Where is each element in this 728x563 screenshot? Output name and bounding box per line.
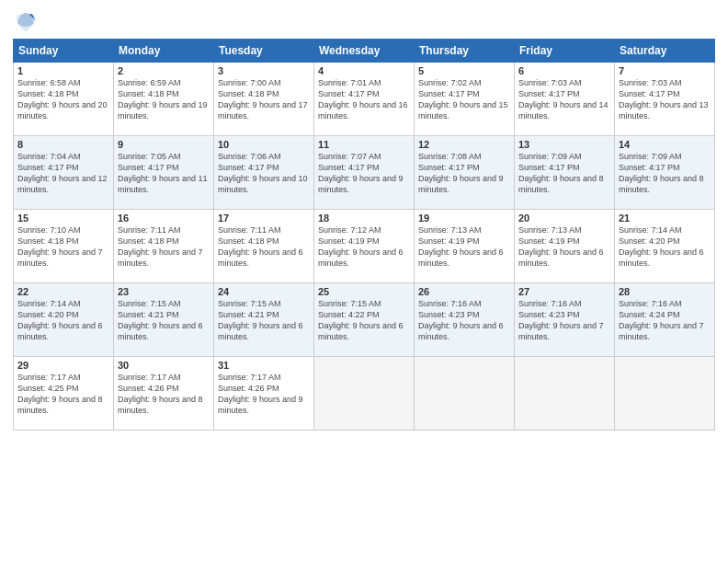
day-info: Sunrise: 7:06 AM Sunset: 4:17 PM Dayligh… — [218, 151, 310, 196]
day-number: 24 — [218, 286, 310, 297]
day-cell: 14 Sunrise: 7:09 AM Sunset: 4:17 PM Dayl… — [615, 136, 715, 210]
day-cell: 18 Sunrise: 7:12 AM Sunset: 4:19 PM Dayl… — [314, 210, 415, 283]
day-cell: 19 Sunrise: 7:13 AM Sunset: 4:19 PM Dayl… — [415, 210, 515, 283]
day-number: 17 — [218, 213, 310, 224]
week-row-1: 1 Sunrise: 6:58 AM Sunset: 4:18 PM Dayli… — [14, 63, 715, 136]
day-number: 20 — [518, 213, 610, 224]
day-cell: 12 Sunrise: 7:08 AM Sunset: 4:17 PM Dayl… — [415, 136, 515, 210]
day-number: 12 — [418, 139, 510, 150]
day-number: 2 — [118, 65, 210, 76]
day-number: 29 — [17, 360, 109, 371]
day-cell: 7 Sunrise: 7:03 AM Sunset: 4:17 PM Dayli… — [615, 63, 715, 136]
day-info: Sunrise: 6:58 AM Sunset: 4:18 PM Dayligh… — [17, 77, 109, 122]
day-number: 28 — [619, 286, 711, 297]
day-cell: 4 Sunrise: 7:01 AM Sunset: 4:17 PM Dayli… — [314, 63, 415, 136]
day-number: 6 — [518, 65, 610, 76]
day-info: Sunrise: 7:14 AM Sunset: 4:20 PM Dayligh… — [619, 224, 711, 270]
day-info: Sunrise: 7:01 AM Sunset: 4:17 PM Dayligh… — [318, 77, 410, 122]
calendar-table: SundayMondayTuesdayWednesdayThursdayFrid… — [13, 39, 715, 431]
day-cell: 8 Sunrise: 7:04 AM Sunset: 4:17 PM Dayli… — [14, 136, 114, 210]
day-number: 27 — [518, 286, 610, 297]
day-number: 31 — [218, 360, 310, 371]
day-info: Sunrise: 7:14 AM Sunset: 4:20 PM Dayligh… — [17, 298, 109, 343]
day-cell — [615, 357, 715, 431]
day-info: Sunrise: 7:17 AM Sunset: 4:26 PM Dayligh… — [218, 372, 310, 417]
logo-icon — [13, 9, 39, 35]
day-number: 5 — [418, 65, 510, 76]
day-number: 11 — [318, 139, 410, 150]
day-info: Sunrise: 7:15 AM Sunset: 4:22 PM Dayligh… — [318, 298, 410, 343]
day-cell: 17 Sunrise: 7:11 AM Sunset: 4:18 PM Dayl… — [214, 210, 314, 283]
day-number: 19 — [418, 213, 510, 224]
day-cell: 15 Sunrise: 7:10 AM Sunset: 4:18 PM Dayl… — [14, 210, 114, 283]
day-cell: 6 Sunrise: 7:03 AM Sunset: 4:17 PM Dayli… — [515, 63, 615, 136]
header-cell-wednesday: Wednesday — [314, 40, 415, 63]
day-number: 7 — [619, 65, 711, 76]
day-cell: 2 Sunrise: 6:59 AM Sunset: 4:18 PM Dayli… — [114, 63, 214, 136]
day-cell: 21 Sunrise: 7:14 AM Sunset: 4:20 PM Dayl… — [615, 210, 715, 283]
day-info: Sunrise: 7:17 AM Sunset: 4:26 PM Dayligh… — [118, 372, 210, 417]
day-info: Sunrise: 7:17 AM Sunset: 4:25 PM Dayligh… — [17, 372, 109, 417]
day-number: 16 — [118, 213, 210, 224]
day-info: Sunrise: 7:02 AM Sunset: 4:17 PM Dayligh… — [418, 77, 510, 122]
day-cell: 11 Sunrise: 7:07 AM Sunset: 4:17 PM Dayl… — [314, 136, 415, 210]
day-cell: 20 Sunrise: 7:13 AM Sunset: 4:19 PM Dayl… — [515, 210, 615, 283]
week-row-3: 15 Sunrise: 7:10 AM Sunset: 4:18 PM Dayl… — [14, 210, 715, 283]
day-cell: 30 Sunrise: 7:17 AM Sunset: 4:26 PM Dayl… — [114, 357, 214, 431]
day-cell: 22 Sunrise: 7:14 AM Sunset: 4:20 PM Dayl… — [14, 283, 114, 357]
day-cell: 29 Sunrise: 7:17 AM Sunset: 4:25 PM Dayl… — [14, 357, 114, 431]
day-cell: 13 Sunrise: 7:09 AM Sunset: 4:17 PM Dayl… — [515, 136, 615, 210]
day-number: 25 — [318, 286, 410, 297]
day-info: Sunrise: 7:09 AM Sunset: 4:17 PM Dayligh… — [619, 151, 711, 196]
day-number: 10 — [218, 139, 310, 150]
day-info: Sunrise: 7:03 AM Sunset: 4:17 PM Dayligh… — [619, 77, 711, 122]
day-info: Sunrise: 7:07 AM Sunset: 4:17 PM Dayligh… — [318, 151, 410, 196]
day-cell — [314, 357, 415, 431]
day-number: 8 — [17, 139, 109, 150]
day-info: Sunrise: 7:11 AM Sunset: 4:18 PM Dayligh… — [218, 224, 310, 270]
day-cell: 5 Sunrise: 7:02 AM Sunset: 4:17 PM Dayli… — [415, 63, 515, 136]
day-info: Sunrise: 7:11 AM Sunset: 4:18 PM Dayligh… — [118, 224, 210, 270]
day-number: 18 — [318, 213, 410, 224]
day-number: 4 — [318, 65, 410, 76]
day-cell: 27 Sunrise: 7:16 AM Sunset: 4:23 PM Dayl… — [515, 283, 615, 357]
day-info: Sunrise: 7:08 AM Sunset: 4:17 PM Dayligh… — [418, 151, 510, 196]
day-cell: 9 Sunrise: 7:05 AM Sunset: 4:17 PM Dayli… — [114, 136, 214, 210]
day-number: 30 — [118, 360, 210, 371]
day-number: 3 — [218, 65, 310, 76]
day-cell — [415, 357, 515, 431]
day-number: 26 — [418, 286, 510, 297]
day-info: Sunrise: 7:13 AM Sunset: 4:19 PM Dayligh… — [418, 224, 510, 270]
day-number: 15 — [17, 213, 109, 224]
day-cell — [515, 357, 615, 431]
week-row-4: 22 Sunrise: 7:14 AM Sunset: 4:20 PM Dayl… — [14, 283, 715, 357]
day-number: 13 — [518, 139, 610, 150]
day-info: Sunrise: 7:15 AM Sunset: 4:21 PM Dayligh… — [118, 298, 210, 343]
header-cell-friday: Friday — [515, 40, 615, 63]
day-number: 23 — [118, 286, 210, 297]
header-cell-sunday: Sunday — [14, 40, 114, 63]
day-info: Sunrise: 7:03 AM Sunset: 4:17 PM Dayligh… — [518, 77, 610, 122]
day-cell: 3 Sunrise: 7:00 AM Sunset: 4:18 PM Dayli… — [214, 63, 314, 136]
day-info: Sunrise: 7:16 AM Sunset: 4:24 PM Dayligh… — [619, 298, 711, 343]
day-cell: 10 Sunrise: 7:06 AM Sunset: 4:17 PM Dayl… — [214, 136, 314, 210]
day-cell: 23 Sunrise: 7:15 AM Sunset: 4:21 PM Dayl… — [114, 283, 214, 357]
day-info: Sunrise: 6:59 AM Sunset: 4:18 PM Dayligh… — [118, 77, 210, 122]
day-number: 14 — [619, 139, 711, 150]
day-info: Sunrise: 7:13 AM Sunset: 4:19 PM Dayligh… — [518, 224, 610, 270]
header-cell-thursday: Thursday — [415, 40, 515, 63]
day-info: Sunrise: 7:12 AM Sunset: 4:19 PM Dayligh… — [318, 224, 410, 270]
day-info: Sunrise: 7:05 AM Sunset: 4:17 PM Dayligh… — [118, 151, 210, 196]
day-info: Sunrise: 7:00 AM Sunset: 4:18 PM Dayligh… — [218, 77, 310, 122]
page-container: SundayMondayTuesdayWednesdayThursdayFrid… — [0, 0, 728, 438]
day-cell: 16 Sunrise: 7:11 AM Sunset: 4:18 PM Dayl… — [114, 210, 214, 283]
header-cell-saturday: Saturday — [615, 40, 715, 63]
day-number: 22 — [17, 286, 109, 297]
page-header — [13, 9, 715, 35]
day-cell: 1 Sunrise: 6:58 AM Sunset: 4:18 PM Dayli… — [14, 63, 114, 136]
day-info: Sunrise: 7:09 AM Sunset: 4:17 PM Dayligh… — [518, 151, 610, 196]
day-cell: 24 Sunrise: 7:15 AM Sunset: 4:21 PM Dayl… — [214, 283, 314, 357]
day-cell: 26 Sunrise: 7:16 AM Sunset: 4:23 PM Dayl… — [415, 283, 515, 357]
day-cell: 28 Sunrise: 7:16 AM Sunset: 4:24 PM Dayl… — [615, 283, 715, 357]
day-info: Sunrise: 7:16 AM Sunset: 4:23 PM Dayligh… — [418, 298, 510, 343]
